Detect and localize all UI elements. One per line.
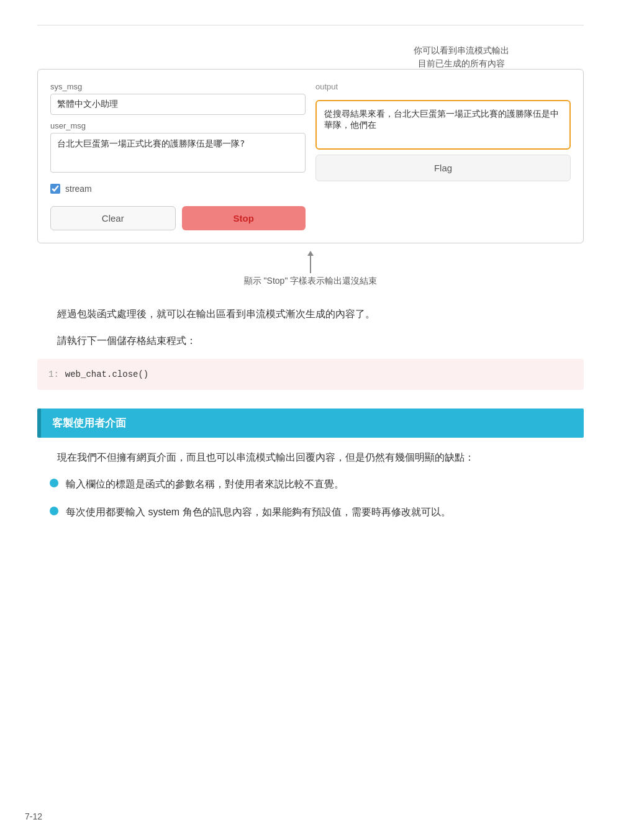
sys-msg-label: sys_msg: [50, 82, 306, 91]
body-para2: 請執行下一個儲存格結束程式：: [37, 332, 584, 350]
body-para3-text: 現在我們不但擁有網頁介面，而且也可以串流模式輸出回覆內容，但是仍然有幾個明顯的缺…: [57, 452, 474, 463]
stop-annotation-area: 顯示 "Stop" 字樣表示輸出還沒結束: [37, 250, 584, 287]
user-msg-label: user_msg: [50, 121, 306, 130]
section-header: 客製使用者介面: [37, 409, 584, 438]
clear-button[interactable]: Clear: [50, 206, 176, 230]
flag-box: Flag: [315, 155, 571, 181]
user-msg-textarea[interactable]: [50, 133, 306, 173]
annotation-line2: 目前已生成的所有內容: [418, 58, 505, 68]
section-title: 客製使用者介面: [52, 417, 126, 429]
bullet-item-1: 輸入欄位的標題是函式的參數名稱，對使用者來説比較不直覺。: [50, 476, 584, 492]
stop-annotation-text: 顯示 "Stop" 字樣表示輸出還沒結束: [244, 276, 378, 287]
bullet-dot-2: [50, 507, 58, 515]
bullet-item-2: 每次使用都要輸入 system 角色的訊息內容，如果能夠有預設值，需要時再修改就…: [50, 504, 584, 520]
bullet-text-2: 每次使用都要輸入 system 角色的訊息內容，如果能夠有預設值，需要時再修改就…: [66, 504, 451, 520]
button-row: Clear Stop: [50, 206, 306, 230]
output-label: output: [315, 82, 571, 91]
bullet-list: 輸入欄位的標題是函式的參數名稱，對使用者來説比較不直覺。 每次使用都要輸入 sy…: [50, 476, 584, 520]
right-column: output 從搜尋結果來看，台北大巨蛋第一場正式比賽的護勝隊伍是中華隊，他們在…: [315, 82, 571, 230]
ui-panel: sys_msg user_msg stream Clear Stop outpu…: [37, 69, 584, 243]
stop-button[interactable]: Stop: [182, 206, 306, 230]
page-number: 7-12: [25, 811, 42, 821]
flag-label: Flag: [434, 163, 452, 173]
code-line-num: 1:: [48, 369, 59, 379]
annotation-line1: 你可以看到串流模式輸出: [414, 45, 509, 55]
body-para1: 經過包裝函式處理後，就可以在輸出區看到串流模式漸次生成的內容了。: [37, 305, 584, 323]
code-block: 1:web_chat.close(): [37, 359, 584, 390]
sys-msg-field-group: sys_msg: [50, 82, 306, 115]
body-para3: 現在我們不但擁有網頁介面，而且也可以串流模式輸出回覆內容，但是仍然有幾個明顯的缺…: [37, 449, 584, 467]
top-annotation-bubble: 你可以看到串流模式輸出 目前已生成的所有內容: [414, 44, 509, 70]
left-column: sys_msg user_msg stream Clear Stop: [50, 82, 306, 230]
output-box: 從搜尋結果來看，台北大巨蛋第一場正式比賽的護勝隊伍是中華隊，他們在: [315, 100, 571, 150]
top-divider: [37, 25, 584, 25]
stream-checkbox[interactable]: [50, 184, 60, 194]
code-content: web_chat.close(): [65, 369, 148, 379]
stream-label: stream: [65, 184, 92, 194]
bullet-dot-1: [50, 479, 58, 487]
sys-msg-input[interactable]: [50, 94, 306, 115]
stop-arrow: [310, 255, 311, 273]
stream-row: stream: [50, 184, 306, 194]
output-text: 從搜尋結果來看，台北大巨蛋第一場正式比賽的護勝隊伍是中華隊，他們在: [324, 109, 559, 130]
bullet-text-1: 輸入欄位的標題是函式的參數名稱，對使用者來説比較不直覺。: [66, 476, 344, 492]
user-msg-field-group: user_msg: [50, 121, 306, 175]
